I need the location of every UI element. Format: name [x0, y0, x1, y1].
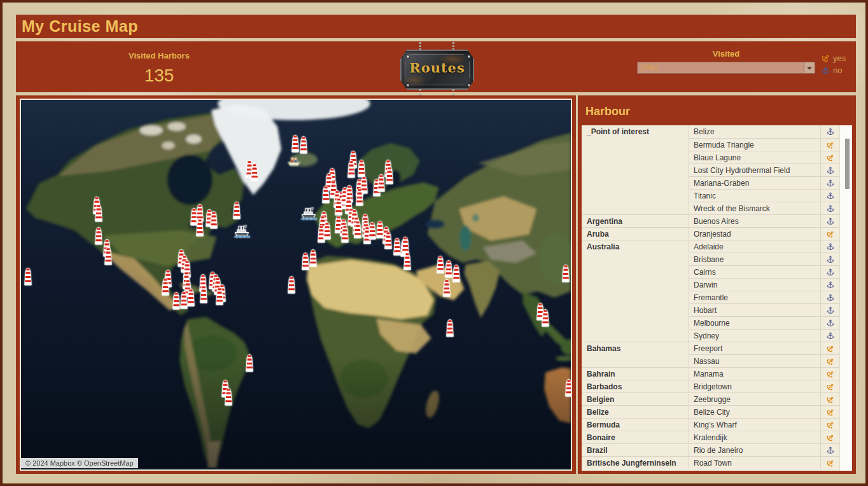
table-row[interactable]: BonaireKralendijk — [582, 431, 839, 443]
lighthouse-marker[interactable] — [216, 288, 224, 308]
lighthouse-marker[interactable] — [251, 163, 259, 184]
table-row[interactable]: ArgentinaBuenos Aires — [582, 214, 839, 227]
country-cell: Britische Jungferninseln — [582, 456, 689, 469]
visited-yes-anchor-icon — [820, 431, 839, 443]
table-row[interactable]: Brisbane — [582, 253, 839, 265]
lighthouse-marker[interactable] — [162, 278, 170, 298]
country-cell — [582, 176, 689, 189]
harbor-cell: Blaue Lagune — [689, 151, 820, 163]
lighthouse-marker[interactable] — [233, 202, 241, 222]
country-cell — [582, 278, 689, 291]
lighthouse-marker[interactable] — [562, 265, 570, 285]
lighthouse-marker[interactable] — [291, 135, 300, 155]
lighthouse-marker[interactable] — [356, 188, 364, 209]
lighthouse-marker[interactable] — [452, 265, 461, 285]
table-row[interactable]: Britische JungferninselnRoad Town — [582, 456, 839, 469]
world-map[interactable]: © 2024 Mapbox © OpenStreetMap — [21, 100, 571, 468]
table-row[interactable]: Bermuda Triangle — [582, 138, 839, 151]
harbor-cell: Oranjestad — [689, 227, 820, 240]
lighthouse-marker[interactable] — [437, 256, 445, 276]
routes-sign-button[interactable]: Routes — [400, 42, 474, 101]
table-row[interactable]: Nassau — [582, 354, 839, 367]
country-cell — [582, 253, 689, 265]
map-markers — [21, 100, 571, 468]
table-row[interactable]: BelizeBelize City — [582, 405, 839, 418]
table-row[interactable]: Melbourne — [582, 316, 839, 329]
table-row[interactable]: Wreck of the Bismarck — [582, 202, 839, 214]
lighthouse-marker[interactable] — [225, 388, 233, 408]
lighthouse-marker[interactable] — [443, 279, 451, 300]
harbor-cell: Titanic — [689, 189, 820, 202]
country-cell: Bahamas — [582, 342, 689, 354]
shipwreck-marker[interactable] — [300, 207, 317, 223]
table-row[interactable]: Fremantle — [582, 291, 839, 303]
visited-no-anchor-icon — [820, 443, 839, 456]
lighthouse-marker[interactable] — [403, 253, 412, 273]
lighthouse-marker[interactable] — [95, 204, 103, 225]
harbor-cell: Darwin — [689, 278, 820, 291]
table-row[interactable]: BelgienZeebrugge — [582, 392, 839, 405]
table-row[interactable]: Titanic — [582, 189, 839, 202]
lighthouse-marker[interactable] — [104, 247, 113, 268]
visited-no-anchor-icon — [820, 316, 839, 329]
lighthouse-marker[interactable] — [246, 354, 254, 375]
table-row[interactable]: _Point of interestBelize — [582, 125, 839, 138]
lighthouse-marker[interactable] — [95, 227, 103, 247]
lighthouse-marker[interactable] — [200, 286, 208, 306]
visited-yes-anchor-icon — [820, 380, 839, 392]
map-attribution[interactable]: © 2024 Mapbox © OpenStreetMap — [21, 458, 138, 468]
lighthouse-marker[interactable] — [24, 268, 32, 288]
table-row[interactable]: BrazilRio de Janeiro — [582, 443, 839, 456]
visited-no-anchor-icon — [820, 291, 839, 303]
lighthouse-marker[interactable] — [187, 289, 195, 309]
lighthouse-marker[interactable] — [322, 186, 330, 206]
lighthouse-marker[interactable] — [196, 219, 204, 239]
lighthouse-marker[interactable] — [386, 167, 394, 187]
table-row[interactable]: BahamasFreeport — [582, 342, 839, 354]
shipwreck-marker[interactable] — [234, 225, 250, 241]
lighthouse-marker[interactable] — [542, 309, 550, 330]
lighthouse-marker[interactable] — [384, 232, 393, 252]
table-row[interactable]: Darwin — [582, 278, 839, 291]
lighthouse-marker[interactable] — [565, 379, 573, 399]
lighthouse-marker[interactable] — [288, 276, 296, 296]
lighthouse-marker[interactable] — [446, 319, 454, 340]
legend-item-no[interactable]: no — [822, 64, 858, 76]
dropdown-arrow-button[interactable] — [804, 62, 815, 73]
visited-yes-anchor-icon — [820, 392, 839, 405]
lighthouse-marker[interactable] — [300, 136, 308, 156]
title-bar: My Cruise Map — [16, 15, 856, 38]
visited-legend: yes no — [822, 52, 858, 76]
table-row[interactable]: Sydney — [582, 329, 839, 342]
table-row[interactable]: Mariana-Graben — [582, 176, 839, 189]
table-row[interactable]: ArubaOranjestad — [582, 227, 839, 240]
legend-item-yes[interactable]: yes — [822, 52, 858, 64]
table-row[interactable]: BarbadosBridgetown — [582, 380, 839, 392]
table-row[interactable]: Lost City Hydrothermal Field — [582, 163, 839, 176]
harbor-cell: Cairns — [689, 265, 820, 278]
lighthouse-marker[interactable] — [347, 160, 356, 181]
scrollbar-thumb[interactable] — [845, 139, 850, 189]
lighthouse-marker[interactable] — [210, 211, 218, 232]
table-row[interactable]: AustraliaAdelaide — [582, 240, 839, 253]
country-cell — [582, 316, 689, 329]
page-title: My Cruise Map — [16, 15, 856, 38]
table-row[interactable]: BahrainManama — [582, 367, 839, 380]
legend-yes-label: yes — [833, 53, 846, 63]
country-cell — [582, 291, 689, 303]
table-row[interactable]: Cairns — [582, 265, 839, 278]
harbor-cell: Lost City Hydrothermal Field — [689, 163, 820, 176]
harbor-cell: King’s Wharf — [689, 418, 820, 431]
table-row[interactable]: Hobart — [582, 303, 839, 316]
table-row[interactable]: BermudaKing’s Wharf — [582, 418, 839, 431]
country-cell: Bahrain — [582, 367, 689, 380]
lighthouse-marker[interactable] — [309, 249, 318, 270]
visited-yes-anchor-icon — [820, 151, 839, 163]
chain-icon — [452, 42, 454, 50]
harbor-cell: Fremantle — [689, 291, 820, 303]
country-cell — [582, 163, 689, 176]
lighthouse-marker[interactable] — [323, 222, 332, 242]
visited-filter-dropdown[interactable]: (Alle) — [637, 62, 815, 74]
table-row[interactable]: Blaue Lagune — [582, 151, 839, 163]
boat-marker[interactable] — [287, 156, 301, 169]
